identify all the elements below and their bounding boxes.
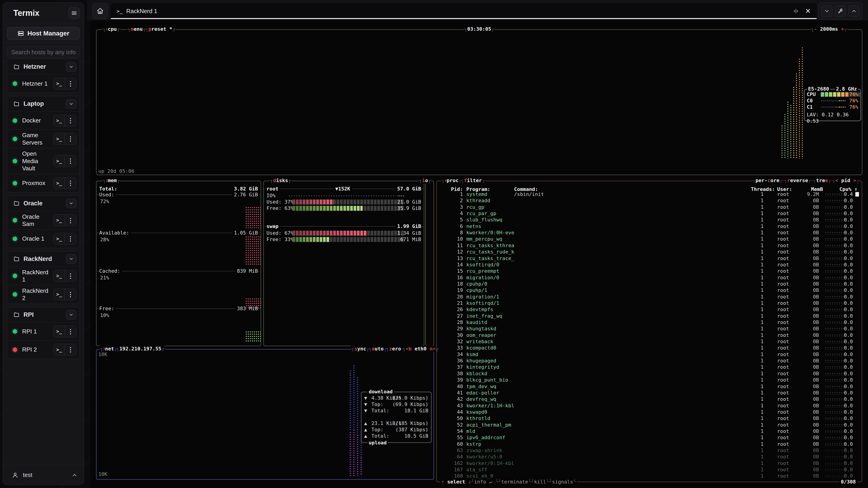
process-row[interactable]: 63zswap-shrink1root0B0.0 [440, 447, 858, 454]
open-terminal-button[interactable]: >_ [54, 215, 65, 226]
process-row[interactable]: 1systemd/sbin/init1root9.2M0.4 [440, 191, 858, 197]
host-manager-button[interactable]: Host Manager [7, 27, 80, 40]
update-interval-control[interactable]: - 2000ms + [811, 26, 847, 32]
host-item-hetzner-1[interactable]: Hetzner 1>_⋮ [7, 74, 80, 93]
open-terminal-button[interactable]: >_ [54, 233, 65, 245]
open-terminal-button[interactable]: >_ [54, 78, 65, 89]
process-row[interactable]: 12rcu_tasks_rude_k1root0B0.0 [440, 249, 858, 255]
decrease-interval[interactable]: - [814, 26, 817, 32]
tools-button[interactable] [835, 6, 846, 17]
process-row[interactable]: 15rcu_preempt1root0B0.0 [440, 268, 858, 274]
net-zero-button[interactable]: zero [385, 346, 405, 352]
host-options-button[interactable]: ⋮ [65, 156, 76, 167]
open-terminal-button[interactable]: >_ [54, 326, 65, 337]
host-item-docker[interactable]: Docker>_⋮ [7, 111, 80, 130]
home-button[interactable] [92, 3, 108, 19]
host-item-open-media-vault[interactable]: Open Media Vault>_⋮ [7, 148, 80, 174]
process-row[interactable]: 42devfreq_wq1root0B0.0 [440, 396, 858, 402]
process-row[interactable]: 52acpi_thermal_pm1root0B0.0 [440, 422, 858, 428]
group-collapse-button[interactable] [66, 310, 76, 320]
process-row[interactable]: 28kauditd1root0B0.0 [440, 319, 858, 326]
host-options-button[interactable]: ⋮ [65, 233, 76, 245]
io-panel-title[interactable]: io [418, 177, 432, 184]
signals-hint[interactable]: signals [552, 479, 573, 485]
open-terminal-button[interactable]: >_ [54, 177, 65, 189]
split-view-icon[interactable] [793, 8, 799, 14]
process-row[interactable]: 10mm_percpu_wq1root0B0.0 [440, 236, 858, 242]
close-tab-icon[interactable]: ✕ [805, 8, 811, 14]
process-row[interactable]: 40tpm_dev_wq1root0B0.0 [440, 383, 858, 390]
process-row[interactable]: 33kcompactd01root0B0.0 [440, 345, 858, 351]
host-item-oracle-sam[interactable]: Oracle Sam>_⋮ [7, 211, 80, 230]
process-row[interactable]: 44kswapd01root0B0.0 [440, 409, 858, 415]
process-row[interactable]: 168scsi_eh_01root0B0.0 [440, 473, 858, 479]
open-terminal-button[interactable]: >_ [54, 156, 65, 167]
process-row[interactable]: 20migration/11root0B0.0 [440, 294, 858, 300]
host-item-rpi-1[interactable]: RPI 1>_⋮ [7, 323, 80, 341]
process-row[interactable]: 27inet_frag_wq1root0B0.0 [440, 313, 858, 319]
user-menu[interactable]: test [3, 465, 84, 485]
host-options-button[interactable]: ⋮ [65, 326, 76, 337]
increase-interval[interactable]: + [841, 26, 844, 32]
process-row[interactable]: 18cpuhp/01root0B0.0 [440, 281, 858, 287]
host-options-button[interactable]: ⋮ [65, 289, 76, 300]
host-item-rpi-2[interactable]: RPI 2>_⋮ [7, 341, 80, 359]
process-row[interactable]: 39blkcg_punt_bio1root0B0.0 [440, 377, 858, 383]
btop-menu-button[interactable]: menu [127, 26, 146, 32]
process-row[interactable]: 4rcu_par_gp1root0B0.0 [440, 210, 858, 217]
terminate-hint[interactable]: terminate [501, 479, 528, 485]
scroll-up-button[interactable] [848, 6, 860, 17]
group-collapse-button[interactable] [66, 254, 76, 264]
kill-hint[interactable]: kill [534, 479, 546, 485]
btop-preset-button[interactable]: preset * [145, 26, 176, 32]
search-input[interactable] [7, 46, 80, 58]
group-collapse-button[interactable] [66, 62, 76, 72]
terminal-screen[interactable]: 1cpu menu preset * 03:30:05 - 2000ms + E… [90, 20, 868, 488]
net-sync-button[interactable]: sync [351, 346, 370, 352]
host-options-button[interactable]: ⋮ [65, 270, 76, 282]
process-row[interactable]: 19cpuhp/11root0B0.0 [440, 287, 858, 293]
open-terminal-button[interactable]: >_ [54, 115, 65, 126]
disks-panel-title[interactable]: disks [270, 177, 291, 184]
net-panel-title[interactable]: 3net [100, 346, 118, 352]
host-options-button[interactable]: ⋮ [65, 215, 76, 226]
process-row[interactable]: 32writeback1root0B0.0 [440, 338, 858, 345]
process-row[interactable]: 5slub_flushwq1root0B0.0 [440, 217, 858, 223]
process-row[interactable]: 8kworker/0:0H-eve1root0B0.0 [440, 230, 858, 236]
process-list[interactable]: 1systemd/sbin/init1root9.2M0.42kthreadd1… [440, 181, 858, 482]
process-row[interactable]: 50kthrotld1root0B0.0 [440, 415, 858, 422]
process-row[interactable]: 2kthreadd1root0B0.0 [440, 197, 858, 204]
process-row[interactable]: 60kstrp1root0B0.0 [440, 441, 858, 447]
host-item-proxmox[interactable]: Proxmox>_⋮ [7, 174, 80, 192]
process-row[interactable]: 55ipv6_addrconf1root0B0.0 [440, 434, 858, 441]
cpu-panel-title[interactable]: 1cpu [102, 26, 120, 32]
process-row[interactable]: 34ksmd1root0B0.0 [440, 351, 858, 358]
scroll-down-button[interactable] [822, 6, 832, 17]
sidebar-menu-button[interactable] [68, 7, 80, 19]
process-row[interactable]: 43kworker/1:1H-kbl1root0B0.0 [440, 402, 858, 409]
process-row[interactable]: 6netns1root0B0.0 [440, 223, 858, 230]
group-collapse-button[interactable] [66, 199, 76, 208]
open-terminal-button[interactable]: >_ [54, 289, 65, 300]
tab-racknerd-1[interactable]: >_ RackNerd 1 ✕ [111, 3, 817, 19]
open-terminal-button[interactable]: >_ [54, 270, 65, 282]
process-row[interactable]: 13rcu_tasks_trace_1root0B0.0 [440, 255, 858, 262]
host-item-game-servers[interactable]: Game Servers>_⋮ [7, 130, 80, 148]
process-row[interactable]: 26kdevtmpfs1root0B0.0 [440, 306, 858, 313]
process-row[interactable]: 41edac-poller1root0B0.0 [440, 390, 858, 396]
host-options-button[interactable]: ⋮ [65, 115, 76, 126]
host-item-racknerd-1[interactable]: RackNerd 1>_⋮ [7, 267, 80, 285]
process-row[interactable]: 162kworker/0:1H-kbl1root0B0.0 [440, 460, 858, 466]
host-options-button[interactable]: ⋮ [65, 133, 76, 144]
process-row[interactable]: 3rcu_gp1root0B0.0 [440, 204, 858, 210]
process-row[interactable]: 29khungtaskd1root0B0.0 [440, 326, 858, 332]
host-item-racknerd-2[interactable]: RackNerd 2>_⋮ [7, 285, 80, 304]
process-row[interactable]: 16migration/01root0B0.0 [440, 274, 858, 281]
host-options-button[interactable]: ⋮ [65, 78, 76, 89]
process-row[interactable]: 14ksoftirqd/01root0B0.0 [440, 262, 858, 268]
net-interface-switcher[interactable]: <b eth0 n> [402, 346, 439, 352]
open-terminal-button[interactable]: >_ [54, 344, 65, 355]
process-row[interactable]: 21ksoftirqd/11root0B0.0 [440, 300, 858, 306]
host-options-button[interactable]: ⋮ [65, 177, 76, 189]
open-terminal-button[interactable]: >_ [54, 133, 65, 144]
